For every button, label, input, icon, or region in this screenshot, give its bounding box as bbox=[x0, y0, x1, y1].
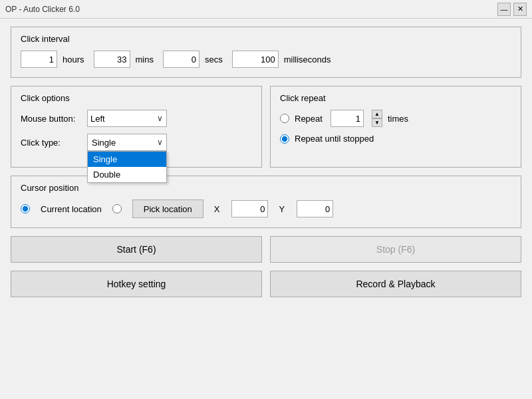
mouse-button-dropdown-wrapper: Left Right Middle ∨ bbox=[87, 110, 167, 127]
minimize-button[interactable]: — bbox=[497, 3, 511, 16]
cursor-position-label: Cursor position bbox=[21, 183, 511, 193]
x-coord-label: X bbox=[214, 204, 220, 214]
current-location-label: Current location bbox=[41, 204, 102, 214]
cursor-position-section: Cursor position Current location Pick lo… bbox=[11, 176, 521, 228]
spin-down-button[interactable]: ▼ bbox=[372, 118, 382, 127]
repeat-count-input[interactable] bbox=[331, 110, 364, 127]
pick-location-radio[interactable] bbox=[112, 204, 122, 213]
click-repeat-section: Click repeat Repeat ▲ ▼ times Repeat unt… bbox=[270, 86, 521, 168]
secs-unit: secs bbox=[205, 55, 223, 65]
hours-unit: hours bbox=[63, 55, 84, 65]
stop-button[interactable]: Stop (F6) bbox=[270, 236, 521, 263]
click-type-dropdown-list: Single Double bbox=[87, 151, 167, 183]
times-label: times bbox=[388, 114, 408, 124]
start-button[interactable]: Start (F6) bbox=[11, 236, 262, 263]
spin-up-button[interactable]: ▲ bbox=[372, 110, 382, 118]
repeat-radio-label: Repeat bbox=[295, 114, 323, 124]
y-coord-label: Y bbox=[279, 204, 285, 214]
hours-input[interactable] bbox=[21, 51, 57, 68]
title-bar-controls: — ✕ bbox=[497, 3, 527, 16]
repeat-until-stopped-label: Repeat until stopped bbox=[295, 134, 374, 144]
repeat-until-stopped-radio[interactable] bbox=[280, 134, 289, 144]
title-bar: OP - Auto Clicker 6.0 — ✕ bbox=[0, 0, 532, 19]
repeat-radio[interactable] bbox=[280, 114, 289, 123]
mins-unit: mins bbox=[136, 55, 154, 65]
ms-input[interactable] bbox=[232, 51, 279, 68]
title-bar-title: OP - Auto Clicker 6.0 bbox=[5, 5, 80, 14]
click-type-select[interactable]: Single bbox=[87, 134, 167, 151]
pick-location-button[interactable]: Pick location bbox=[132, 200, 203, 218]
close-button[interactable]: ✕ bbox=[513, 3, 527, 16]
click-options-label: Click options bbox=[21, 93, 252, 103]
record-playback-button[interactable]: Record & Playback bbox=[270, 271, 521, 297]
secs-input[interactable] bbox=[163, 51, 200, 68]
mouse-button-label: Mouse button: bbox=[21, 114, 87, 124]
click-options-section: Click options Mouse button: Left Right M… bbox=[11, 86, 262, 168]
mouse-button-select[interactable]: Left Right Middle bbox=[87, 110, 167, 127]
mins-input[interactable] bbox=[94, 51, 130, 68]
click-interval-section: Click interval hours mins secs milliseco… bbox=[11, 27, 521, 78]
ms-unit: milliseconds bbox=[284, 55, 331, 65]
y-coord-input[interactable] bbox=[297, 200, 333, 217]
click-type-label: Click type: bbox=[21, 138, 87, 148]
repeat-spinners: ▲ ▼ bbox=[372, 110, 382, 127]
click-repeat-label: Click repeat bbox=[280, 93, 511, 103]
click-type-dropdown-wrapper: Single ∨ Single Double bbox=[87, 134, 167, 151]
current-location-radio[interactable] bbox=[21, 204, 30, 213]
hotkey-button[interactable]: Hotkey setting bbox=[11, 271, 262, 297]
click-type-option-double[interactable]: Double bbox=[88, 167, 166, 182]
click-type-option-single[interactable]: Single bbox=[88, 152, 166, 167]
click-type-value: Single bbox=[92, 138, 116, 148]
click-interval-label: Click interval bbox=[21, 34, 511, 44]
bottom-buttons: Start (F6) Stop (F6) Hotkey setting Reco… bbox=[11, 236, 521, 297]
x-coord-input[interactable] bbox=[231, 200, 268, 217]
